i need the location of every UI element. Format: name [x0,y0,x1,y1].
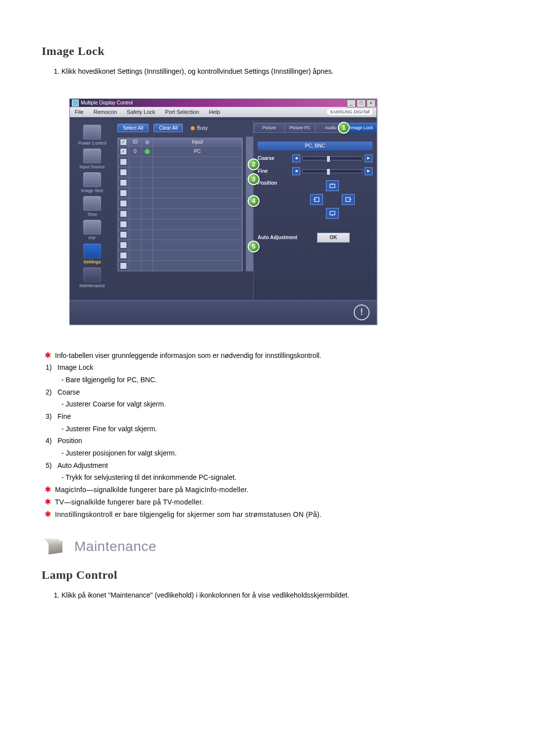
sidebar-item-settings[interactable]: Settings [74,244,110,264]
sidebar-item-time[interactable]: Time [74,196,110,217]
row-checkbox[interactable] [120,148,127,155]
row-checkbox[interactable] [120,200,127,207]
callout-5: 5 [248,241,260,252]
table-row [118,177,242,188]
grid-header: ID ◎ Input [118,138,242,146]
star-icon: ✱ [45,509,51,519]
row-id: 0 [129,147,142,156]
position-up-button[interactable] [326,180,339,191]
note-num: 3) [46,411,57,422]
slider-track[interactable] [302,156,363,160]
clear-all-button[interactable]: Clear All [154,124,183,132]
sidebar-item-label: Input Source [79,164,105,169]
position-pad [292,180,373,219]
row-checkbox[interactable] [120,169,127,176]
row-checkbox[interactable] [120,262,127,269]
row-checkbox[interactable] [120,190,127,197]
tab-image-lock[interactable]: Image Lock [346,123,377,133]
star-icon: ✱ [45,497,51,506]
row-checkbox[interactable] [120,252,127,259]
maintenance-title: Maintenance [74,539,157,554]
display-grid: ID ◎ Input 0 PC [117,138,243,271]
sidebar-item-image-size[interactable]: Image Size [74,172,110,193]
section-title: Image Lock [42,45,499,58]
note-sub: - Trykk for selvjustering til det innkom… [61,472,499,483]
toolbar: Select All Clear All Busy [114,120,253,137]
row-checkbox[interactable] [120,242,127,249]
note-sub: - Justerer Fine for valgt skjerm. [61,424,499,435]
col-status-icon: ◎ [142,138,153,146]
coarse-slider[interactable]: ◄ ► [292,154,373,162]
ok-button[interactable]: OK [317,233,350,243]
slider-right-icon[interactable]: ► [365,167,373,175]
sidebar-item-power-control[interactable]: Power Control [74,125,110,146]
menu-safety-lock[interactable]: Safety Lock [122,107,160,117]
position-down-button[interactable] [326,208,339,219]
sidebar-item-input-source[interactable]: Input Source [74,149,110,169]
row-checkbox[interactable] [120,221,127,228]
callout-4: 4 [248,195,260,207]
maximize-icon[interactable]: □ [357,100,366,107]
row-checkbox[interactable] [120,158,127,165]
row-checkbox[interactable] [120,231,127,238]
slider-track[interactable] [302,169,363,173]
step-item: Klikk hovedikonet Settings (Innstillinge… [61,67,499,77]
note-text: Coarse [57,387,80,398]
maintenance-icon [83,267,101,282]
sidebar-item-label: Image Size [81,188,103,193]
step-item: Klikk på ikonet "Maintenance" (vedlikeho… [61,591,499,601]
tab-picture[interactable]: Picture [254,123,285,133]
coarse-label: Coarse [258,155,292,161]
position-left-button[interactable] [310,194,323,205]
sidebar-item-label: Power Control [78,141,106,146]
menu-remocon[interactable]: Remocon [89,107,122,117]
sidebar-item-maintenance[interactable]: Maintenance [74,267,110,288]
image-size-icon [83,172,101,187]
star-icon: ✱ [45,351,51,360]
table-row [118,198,242,208]
titlebar: Multiple Display Control _ □ × [70,99,376,107]
menu-port-selection[interactable]: Port Selection [160,107,204,117]
sidebar-item-label: Time [87,212,97,217]
auto-adjustment-label: Auto Adjustment [258,235,307,240]
sidebar-item-pip[interactable]: PIP [74,220,110,241]
close-icon[interactable]: × [367,100,375,107]
warning-icon: ! [354,304,370,320]
note-num: 4) [46,436,57,447]
brand-label: SAMSUNG DIGITall [327,109,373,115]
select-all-button[interactable]: Select All [117,124,149,132]
menu-help[interactable]: Help [204,107,225,117]
app-window: Multiple Display Control _ □ × File Remo… [69,99,377,325]
table-row [118,250,242,260]
note-text: Innstillingskontroll er bare tilgjengeli… [55,509,321,520]
fine-slider[interactable]: ◄ ► [292,167,373,175]
box-icon [46,537,67,556]
note-sub: - Bare tilgjengelig for PC, BNC. [61,375,499,386]
note-text: Image Lock [57,362,93,373]
callout-1: 1 [338,122,350,134]
tab-picture-pc[interactable]: Picture PC [284,123,316,133]
row-checkbox[interactable] [120,210,127,217]
slider-right-icon[interactable]: ► [365,154,373,162]
tabs: Picture Picture PC Audio Image Lock [254,123,376,133]
panel-subheader: PC, BNC [258,142,373,151]
position-label: Position [258,180,292,186]
slider-left-icon[interactable]: ◄ [292,154,300,162]
row-checkbox[interactable] [120,179,127,186]
source-icon [83,149,101,163]
note-num: 5) [46,460,57,471]
settings-icon [83,244,101,258]
table-row[interactable]: 0 PC [118,146,242,156]
table-row [118,240,242,250]
minimize-icon[interactable]: _ [347,100,356,107]
position-right-button[interactable] [342,194,355,205]
note-text: Position [57,436,82,447]
section-title: Lamp Control [42,568,499,582]
note-num: 2) [46,387,57,398]
time-icon [83,196,101,211]
menu-file[interactable]: File [70,107,89,117]
slider-left-icon[interactable]: ◄ [292,167,300,175]
header-checkbox[interactable] [120,139,127,146]
power-icon [83,125,101,140]
callout-2: 2 [248,158,260,170]
